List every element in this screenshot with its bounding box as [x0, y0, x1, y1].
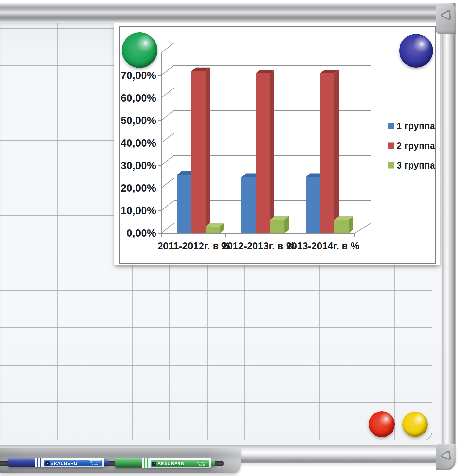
brand-text: BRAUBERG	[50, 461, 77, 466]
marker-blue: ✓ BRAUBERG whiteboard marker	[8, 458, 109, 467]
frame-right-rail	[442, 3, 456, 448]
marker-cap	[8, 458, 35, 467]
brand-text: BRAUBERG	[157, 461, 184, 466]
corner-cap-bottom-right	[436, 444, 456, 470]
svg-text:10,00%: 10,00%	[121, 205, 156, 216]
marker-body: ✓ BRAUBERG whiteboard marker	[150, 458, 211, 468]
marker-tail	[104, 459, 109, 466]
svg-text:30,00%: 30,00%	[121, 160, 156, 171]
svg-text:0,00%: 0,00%	[126, 227, 156, 239]
chart-paper: 0,00%10,00%20,00%30,00%40,00%50,00%60,00…	[114, 23, 440, 265]
yellow-magnet	[402, 412, 428, 437]
marker-label: ✓ BRAUBERG whiteboard marker	[44, 460, 102, 466]
bar-chart: 0,00%10,00%20,00%30,00%40,00%50,00%60,00…	[114, 23, 440, 265]
svg-text:40,00%: 40,00%	[121, 137, 156, 149]
svg-text:2012-2013г. в %: 2012-2013г. в %	[222, 241, 295, 252]
svg-text:3 группа: 3 группа	[397, 160, 435, 170]
marker-green: ✓ BRAUBERG whiteboard marker	[115, 458, 215, 468]
svg-text:1 группа: 1 группа	[397, 121, 435, 131]
red-magnet	[369, 411, 395, 437]
marker-label: ✓ BRAUBERG whiteboard marker	[151, 460, 209, 467]
frame-top-rail	[0, 3, 456, 23]
svg-text:50,00%: 50,00%	[121, 115, 156, 126]
marker-body: ✓ BRAUBERG whiteboard marker	[43, 458, 104, 467]
green-magnet	[122, 32, 157, 68]
svg-text:2013-2014г. в %: 2013-2014г. в %	[286, 241, 360, 252]
marker-collar	[35, 458, 43, 467]
svg-text:70,00%: 70,00%	[121, 69, 156, 81]
mounting-hole-icon	[440, 10, 452, 21]
mounting-hole-icon	[440, 451, 452, 461]
brand-logo-icon: ✓	[45, 461, 50, 466]
marker-type-text: whiteboard marker	[196, 461, 208, 466]
svg-text:2011-2012г. в %: 2011-2012г. в %	[158, 241, 230, 252]
marker-type-text: whiteboard marker	[89, 460, 101, 466]
marker-cap	[115, 458, 142, 468]
svg-text:2 группа: 2 группа	[397, 141, 435, 151]
corner-cap-top-right	[436, 3, 456, 34]
marker-tail	[211, 459, 215, 466]
svg-text:20,00%: 20,00%	[121, 182, 156, 194]
marker-collar	[142, 458, 150, 468]
brand-logo-icon: ✓	[152, 462, 156, 466]
blue-magnet	[399, 34, 433, 68]
svg-text:60,00%: 60,00%	[121, 92, 156, 104]
